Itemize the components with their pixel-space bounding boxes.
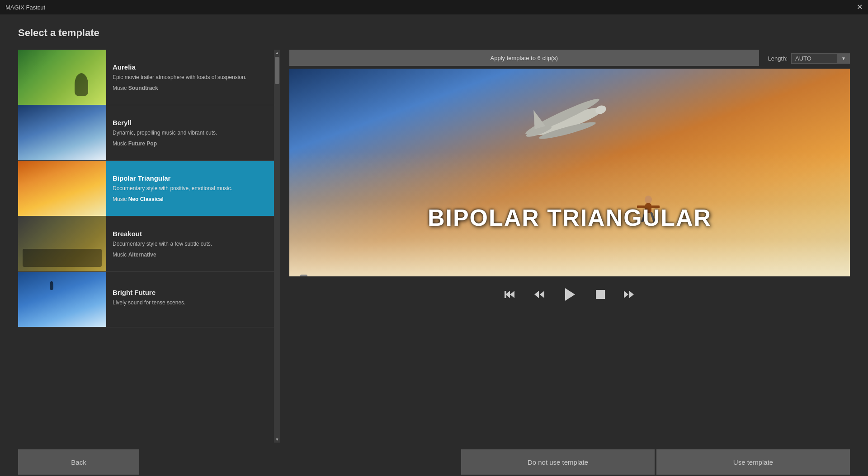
template-info-breakout: Breakout Documentary style with a few su… xyxy=(106,216,280,271)
page-title: Select a template xyxy=(18,27,850,39)
svg-point-6 xyxy=(645,196,652,204)
rewind-icon xyxy=(533,288,545,301)
play-button[interactable] xyxy=(560,285,580,304)
scroll-down-arrow[interactable]: ▼ xyxy=(274,436,280,443)
main-container: Select a template Aurelia Epic movie tra… xyxy=(0,14,868,476)
template-item-breakout[interactable]: Breakout Documentary style with a few su… xyxy=(18,216,280,272)
svg-marker-15 xyxy=(540,291,544,298)
progress-bar-handle[interactable] xyxy=(300,275,307,276)
bottom-bar: Back Do not use template Use template xyxy=(18,448,850,476)
play-icon xyxy=(561,286,578,303)
template-list: Aurelia Epic movie trailer atmosphere wi… xyxy=(18,50,280,443)
template-music-beryll: Music Future Pop xyxy=(113,140,274,147)
length-select[interactable]: AUTO 30s 60s 90s 120s xyxy=(791,53,850,64)
video-title: BIPOLAR TRIANGULAR xyxy=(428,204,712,231)
svg-rect-17 xyxy=(596,290,605,299)
template-desc-bipolar: Documentary style with positive, emotion… xyxy=(113,185,274,192)
template-item-beryll[interactable]: Beryll Dynamic, propelling music and vib… xyxy=(18,105,280,161)
template-thumb-bipolar xyxy=(18,161,106,216)
template-name-bright: Bright Future xyxy=(113,289,274,296)
video-preview: BIPOLAR TRIANGULAR xyxy=(289,69,850,276)
video-background: BIPOLAR TRIANGULAR xyxy=(289,69,850,276)
svg-marker-18 xyxy=(624,291,628,298)
preview-header-row: Apply template to 6 clip(s) Length: AUTO… xyxy=(289,50,850,67)
skip-back-icon xyxy=(504,288,516,301)
template-thumb-breakout xyxy=(18,216,106,271)
template-thumb-aurelia xyxy=(18,50,106,105)
svg-marker-12 xyxy=(510,291,514,298)
length-label: Length: xyxy=(768,55,788,62)
template-info-aurelia: Aurelia Epic movie trailer atmosphere wi… xyxy=(106,50,280,105)
template-thumb-bright xyxy=(18,272,106,327)
transport-controls xyxy=(289,276,850,313)
stop-button[interactable] xyxy=(592,286,609,303)
apply-bar: Apply template to 6 clip(s) xyxy=(289,50,759,66)
svg-marker-19 xyxy=(629,291,634,298)
template-thumb-beryll xyxy=(18,105,106,160)
fast-forward-button[interactable] xyxy=(621,286,637,303)
svg-marker-16 xyxy=(565,288,575,301)
scrollbar[interactable]: ▲ ▼ xyxy=(274,50,280,443)
template-items: Aurelia Epic movie trailer atmosphere wi… xyxy=(18,50,280,327)
scrollbar-track[interactable] xyxy=(275,57,279,435)
template-info-bipolar: Bipolar Triangular Documentary style wit… xyxy=(106,161,280,216)
svg-marker-14 xyxy=(534,291,539,298)
skip-back-button[interactable] xyxy=(502,286,518,303)
length-control: Length: AUTO 30s 60s 90s 120s ▼ xyxy=(768,53,850,64)
template-list-container: Aurelia Epic movie trailer atmosphere wi… xyxy=(18,50,280,443)
stop-icon xyxy=(594,288,607,301)
template-item-aurelia[interactable]: Aurelia Epic movie trailer atmosphere wi… xyxy=(18,50,280,105)
template-item-bipolar[interactable]: Bipolar Triangular Documentary style wit… xyxy=(18,161,280,216)
template-desc-beryll: Dynamic, propelling music and vibrant cu… xyxy=(113,129,274,137)
template-name-aurelia: Aurelia xyxy=(113,63,274,71)
scroll-up-arrow[interactable]: ▲ xyxy=(274,50,280,56)
content-area: Aurelia Epic movie trailer atmosphere wi… xyxy=(18,50,850,443)
app-title: MAGIX Fastcut xyxy=(5,4,45,11)
template-item-bright[interactable]: Bright Future Lively sound for tense sce… xyxy=(18,272,280,327)
template-music-aurelia: Music Soundtrack xyxy=(113,85,274,91)
template-name-breakout: Breakout xyxy=(113,230,274,238)
back-button[interactable]: Back xyxy=(18,449,139,475)
template-desc-bright: Lively sound for tense scenes. xyxy=(113,299,274,307)
preview-container: Apply template to 6 clip(s) Length: AUTO… xyxy=(289,50,850,443)
close-button[interactable]: ✕ xyxy=(857,4,863,11)
svg-rect-13 xyxy=(505,291,506,298)
template-music-breakout: Music Alternative xyxy=(113,252,274,258)
template-name-beryll: Beryll xyxy=(113,119,274,126)
scrollbar-thumb[interactable] xyxy=(275,57,279,84)
length-select-wrapper: AUTO 30s 60s 90s 120s ▼ xyxy=(791,53,850,64)
template-info-beryll: Beryll Dynamic, propelling music and vib… xyxy=(106,105,280,160)
title-bar: MAGIX Fastcut ✕ xyxy=(0,0,868,14)
template-desc-aurelia: Epic movie trailer atmosphere with loads… xyxy=(113,74,274,81)
fast-forward-icon xyxy=(623,288,636,301)
template-desc-breakout: Documentary style with a few subtle cuts… xyxy=(113,240,274,248)
template-music-bipolar: Music Neo Classical xyxy=(113,196,274,202)
template-info-bright: Bright Future Lively sound for tense sce… xyxy=(106,272,280,327)
template-name-bipolar: Bipolar Triangular xyxy=(113,174,274,182)
do-not-use-button[interactable]: Do not use template xyxy=(461,449,655,475)
rewind-button[interactable] xyxy=(531,286,547,303)
use-template-button[interactable]: Use template xyxy=(656,449,850,475)
